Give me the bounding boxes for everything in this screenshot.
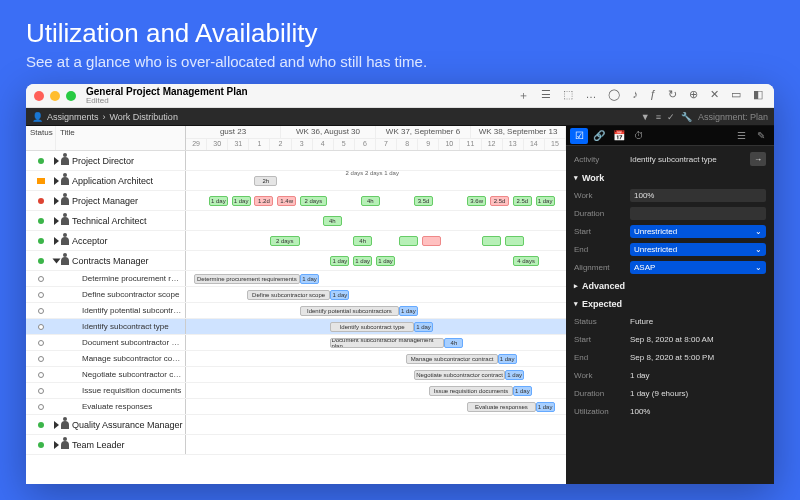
- week-header: gust 23: [186, 126, 281, 138]
- toolbar-button[interactable]: ƒ: [647, 88, 659, 103]
- resource-row[interactable]: Application Architect2h2 days 2 days 1 d…: [26, 171, 566, 191]
- section-advanced[interactable]: Advanced: [574, 278, 766, 294]
- task-row[interactable]: Define subcontractor scopeDefine subcont…: [26, 287, 566, 303]
- resource-row[interactable]: Quality Assurance Manager: [26, 415, 566, 435]
- allocation-bar[interactable]: 1 day: [353, 256, 372, 266]
- tab-timer-icon[interactable]: ⏱: [630, 128, 648, 144]
- toolbar-button[interactable]: ⬚: [560, 88, 576, 103]
- expand-icon[interactable]: [53, 258, 61, 263]
- toolbar-button[interactable]: ＋: [515, 88, 532, 103]
- task-bar[interactable]: Identify potential subcontractors: [300, 306, 399, 316]
- task-bar[interactable]: Define subcontractor scope: [247, 290, 331, 300]
- filter-icon[interactable]: ▼: [641, 112, 650, 122]
- duration-input[interactable]: [630, 207, 766, 220]
- tools-icon[interactable]: ≡: [656, 112, 661, 122]
- toolbar-button[interactable]: ✕: [707, 88, 722, 103]
- task-row[interactable]: Document subcontractor management planDo…: [26, 335, 566, 351]
- task-bar[interactable]: Issue requisition documents: [429, 386, 513, 396]
- allocation-bar[interactable]: 1.2d: [254, 196, 273, 206]
- task-row[interactable]: Identify subcontract typeIdentify subcon…: [26, 319, 566, 335]
- allocation-bar[interactable]: 2.5d: [513, 196, 532, 206]
- allocation-bar[interactable]: [422, 236, 441, 246]
- resource-row[interactable]: Acceptor2 days4h: [26, 231, 566, 251]
- expand-icon[interactable]: [54, 197, 59, 205]
- tab-info-icon[interactable]: ☑: [570, 128, 588, 144]
- task-bar[interactable]: Manage subcontractor contract: [406, 354, 497, 364]
- status-dot: [38, 158, 44, 164]
- allocation-bar[interactable]: 1 day: [209, 196, 228, 206]
- section-work[interactable]: Work: [574, 170, 766, 186]
- expand-icon[interactable]: [54, 421, 59, 429]
- allocation-bar[interactable]: 1.4w: [277, 196, 296, 206]
- toolbar-button[interactable]: ⊕: [686, 88, 701, 103]
- allocation-bar[interactable]: 4h: [353, 236, 372, 246]
- crumb-1[interactable]: Assignments: [47, 112, 99, 122]
- allocation-bar[interactable]: 1 day: [232, 196, 251, 206]
- allocation-bar[interactable]: 2 days: [300, 196, 327, 206]
- task-row[interactable]: Negotiate subcontractor contractNegotiat…: [26, 367, 566, 383]
- toolbar-button[interactable]: ♪: [629, 88, 641, 103]
- resource-row[interactable]: Project Manager1 day1 day1.2d1.4w2 days4…: [26, 191, 566, 211]
- crumb-2[interactable]: Work Distribution: [110, 112, 178, 122]
- allocation-bar[interactable]: 4 days: [513, 256, 540, 266]
- expand-icon[interactable]: [54, 157, 59, 165]
- close-icon[interactable]: [34, 91, 44, 101]
- resource-row[interactable]: Project Director: [26, 151, 566, 171]
- task-bar[interactable]: Identify subcontract type: [330, 322, 414, 332]
- minimize-icon[interactable]: [50, 91, 60, 101]
- task-row[interactable]: Issue requisition documentsIssue requisi…: [26, 383, 566, 399]
- toolbar-button[interactable]: ▭: [728, 88, 744, 103]
- goto-button[interactable]: →: [750, 152, 766, 166]
- task-row[interactable]: Evaluate responsesEvaluate responses1 da…: [26, 399, 566, 415]
- task-bar[interactable]: Negotiate subcontractor contract: [414, 370, 505, 380]
- start-select[interactable]: Unrestricted⌄: [630, 225, 766, 238]
- tab-list-icon[interactable]: ☰: [732, 128, 750, 144]
- task-row[interactable]: Identify potential subcontractorsIdentif…: [26, 303, 566, 319]
- allocation-bar[interactable]: [399, 236, 418, 246]
- allocation-bar[interactable]: 2h: [254, 176, 277, 186]
- expand-icon[interactable]: [54, 217, 59, 225]
- day-header: 15: [545, 139, 566, 150]
- expand-icon[interactable]: [54, 177, 59, 185]
- brush-icon[interactable]: ✓: [667, 112, 675, 122]
- task-bar[interactable]: Document subcontractor management plan: [330, 338, 444, 348]
- col-status[interactable]: Status: [26, 126, 56, 150]
- work-input[interactable]: [630, 189, 766, 202]
- wrench-icon[interactable]: 🔧: [681, 112, 692, 122]
- allocation-bar[interactable]: 4h: [361, 196, 380, 206]
- tab-link-icon[interactable]: 🔗: [590, 128, 608, 144]
- task-bar[interactable]: Evaluate responses: [467, 402, 535, 412]
- allocation-bar[interactable]: 2.5d: [490, 196, 509, 206]
- duration-badge: 4h: [444, 338, 463, 348]
- expand-icon[interactable]: [54, 237, 59, 245]
- resource-row[interactable]: Technical Architect4h: [26, 211, 566, 231]
- toolbar-button[interactable]: ☰: [538, 88, 554, 103]
- allocation-bar[interactable]: 3.5d: [414, 196, 433, 206]
- alignment-select[interactable]: ASAP⌄: [630, 261, 766, 274]
- allocation-bar[interactable]: [505, 236, 524, 246]
- toolbar-button[interactable]: …: [582, 88, 599, 103]
- resource-row[interactable]: Team Leader: [26, 435, 566, 455]
- allocation-bar[interactable]: 1 day: [376, 256, 395, 266]
- tab-edit-icon[interactable]: ✎: [752, 128, 770, 144]
- col-title[interactable]: Title: [56, 126, 79, 150]
- toolbar-button[interactable]: ◧: [750, 88, 766, 103]
- allocation-bar[interactable]: [482, 236, 501, 246]
- end-select[interactable]: Unrestricted⌄: [630, 243, 766, 256]
- allocation-bar[interactable]: 4h: [323, 216, 342, 226]
- allocation-bar[interactable]: 1 day: [536, 196, 555, 206]
- task-row[interactable]: Determine procurement requirementsDeterm…: [26, 271, 566, 287]
- allocation-bar[interactable]: 2 days: [270, 236, 300, 246]
- section-expected[interactable]: Expected: [574, 296, 766, 312]
- toolbar-button[interactable]: ◯: [605, 88, 623, 103]
- tab-cal-icon[interactable]: 📅: [610, 128, 628, 144]
- toolbar-button[interactable]: ↻: [665, 88, 680, 103]
- allocation-bar[interactable]: 3.6w: [467, 196, 486, 206]
- resource-row[interactable]: Contracts Manager1 day1 day1 day4 days: [26, 251, 566, 271]
- zoom-icon[interactable]: [66, 91, 76, 101]
- allocation-bar[interactable]: 1 day: [330, 256, 349, 266]
- expand-icon[interactable]: [54, 441, 59, 449]
- task-bar[interactable]: Determine procurement requirements: [194, 274, 300, 284]
- inspector: ☑ 🔗 📅 ⏱ ☰ ✎ Activity Identify subcontrac…: [566, 126, 774, 484]
- task-row[interactable]: Manage subcontractor contractManage subc…: [26, 351, 566, 367]
